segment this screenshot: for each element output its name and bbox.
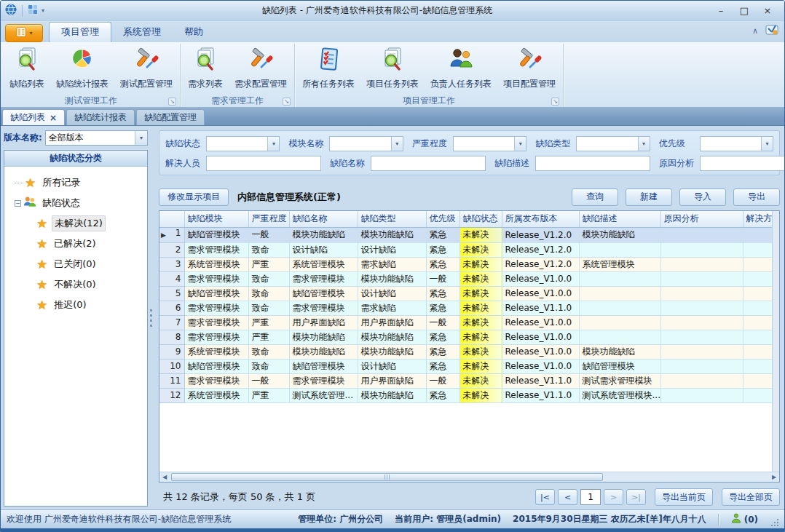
- table-row[interactable]: ▶4 需求管理模块 致命 需求管理模块 模块功能缺陷 一般 未解决 Releas…: [159, 271, 772, 286]
- cell-severity[interactable]: 严重: [248, 315, 289, 330]
- table-row[interactable]: ▶3 系统管理模块 严重 系统管理模块 需求缺陷 紧急 未解决 Release_…: [159, 257, 772, 271]
- cell-status[interactable]: 未解决: [459, 242, 502, 257]
- cell-description[interactable]: 模块功能缺陷: [579, 227, 660, 242]
- collapse-node-icon[interactable]: −: [15, 200, 21, 207]
- export-button[interactable]: 导出: [733, 188, 780, 206]
- cell-severity[interactable]: 致命: [248, 286, 289, 301]
- cell-name[interactable]: 用户界面缺陷: [289, 315, 358, 330]
- cell-name[interactable]: 需求管理模块: [289, 301, 358, 315]
- row-header-cell[interactable]: ▶9: [159, 344, 184, 359]
- cell-name[interactable]: 需求管理模块: [289, 271, 358, 286]
- cell-solution[interactable]: [743, 257, 772, 271]
- table-row[interactable]: ▶1 缺陷管理模块 一般 模块功能缺陷 模块功能缺陷 紧急 未解决 Releas…: [159, 227, 772, 242]
- row-header-cell[interactable]: ▶7: [159, 315, 184, 330]
- cell-solution[interactable]: [743, 373, 772, 388]
- version-select[interactable]: 全部版本 ▾: [45, 130, 148, 146]
- cell-release[interactable]: Release_V1.0.0: [502, 330, 579, 344]
- cell-name[interactable]: 缺陷管理模块: [289, 286, 358, 301]
- cell-type[interactable]: 模块功能缺陷: [358, 330, 426, 344]
- cell-module[interactable]: 系统管理模块: [184, 257, 248, 271]
- cell-cause[interactable]: [660, 271, 743, 286]
- cell-solution[interactable]: [743, 330, 772, 344]
- cell-cause[interactable]: [660, 286, 743, 301]
- resize-grip[interactable]: [771, 519, 778, 526]
- row-header-cell[interactable]: ▶1: [159, 227, 184, 242]
- dialog-launcher-icon[interactable]: ↘: [551, 98, 559, 106]
- cell-type[interactable]: 模块功能缺陷: [358, 227, 426, 242]
- cell-name[interactable]: 测试系统管理...: [289, 388, 358, 402]
- next-page-button[interactable]: >: [604, 489, 623, 505]
- column-header[interactable]: 缺陷名称: [289, 211, 358, 227]
- column-header[interactable]: 缺陷类型: [358, 211, 426, 227]
- cell-release[interactable]: Release_V1.1.0: [502, 388, 579, 402]
- cell-status[interactable]: 未解决: [459, 373, 502, 388]
- table-row[interactable]: ▶8 需求管理模块 严重 模块功能缺陷 模块功能缺陷 紧急 未解决 Releas…: [159, 330, 772, 344]
- maximize-button[interactable]: □: [733, 4, 755, 18]
- cell-solution[interactable]: [743, 344, 772, 359]
- modify-columns-button[interactable]: 修改显示项目: [159, 188, 229, 206]
- tree-item-postponed[interactable]: ★ 推迟(0): [15, 295, 144, 315]
- cell-module[interactable]: 系统管理模块: [184, 344, 248, 359]
- defect-report-button[interactable]: 缺陷统计报表: [50, 44, 114, 92]
- cell-name[interactable]: 缺陷管理模块: [289, 359, 358, 373]
- all-tasks-button[interactable]: 所有任务列表: [296, 44, 360, 92]
- prev-page-button[interactable]: <: [558, 489, 577, 505]
- cell-release[interactable]: Release_V1.0.0: [502, 359, 579, 373]
- dialog-launcher-icon[interactable]: ↘: [283, 98, 291, 106]
- cell-cause[interactable]: [660, 315, 743, 330]
- ribbon-tab-project[interactable]: 项目管理: [49, 22, 111, 42]
- table-row[interactable]: ▶10 缺陷管理模块 致命 缺陷管理模块 设计缺陷 紧急 未解决 Release…: [159, 359, 772, 373]
- cell-status[interactable]: 未解决: [459, 359, 502, 373]
- cell-release[interactable]: Release_V1.1.0: [502, 373, 579, 388]
- defect-status-filter[interactable]: ▾: [206, 136, 280, 151]
- cell-priority[interactable]: 紧急: [426, 257, 459, 271]
- row-header-cell[interactable]: ▶11: [159, 373, 184, 388]
- cell-type[interactable]: 模块功能缺陷: [358, 271, 426, 286]
- cell-priority[interactable]: 紧急: [426, 301, 459, 315]
- close-tab-icon[interactable]: ×: [50, 114, 57, 122]
- cell-status[interactable]: 未解决: [459, 301, 502, 315]
- cell-module[interactable]: 需求管理模块: [184, 301, 248, 315]
- cell-status[interactable]: 未解决: [459, 315, 502, 330]
- cell-solution[interactable]: [743, 227, 772, 242]
- import-button[interactable]: 导入: [679, 188, 726, 206]
- cell-cause[interactable]: [660, 301, 743, 315]
- cell-priority[interactable]: 紧急: [426, 242, 459, 257]
- cell-description[interactable]: [579, 286, 660, 301]
- cell-description[interactable]: 测试系统管理模块...: [579, 388, 660, 402]
- cell-name[interactable]: 需求管理模块: [289, 373, 358, 388]
- cell-module[interactable]: 系统管理模块: [184, 388, 248, 402]
- cell-severity[interactable]: 致命: [248, 242, 289, 257]
- cause-analysis-input[interactable]: [700, 156, 784, 171]
- cell-cause[interactable]: [660, 388, 743, 402]
- cell-type[interactable]: 设计缺陷: [358, 242, 426, 257]
- dialog-launcher-icon[interactable]: ↘: [168, 98, 176, 106]
- project-config-button[interactable]: 项目配置管理: [497, 44, 561, 92]
- cell-solution[interactable]: [743, 271, 772, 286]
- row-header-cell[interactable]: ▶12: [159, 388, 184, 402]
- doc-tab-defect-config[interactable]: 缺陷配置管理: [136, 109, 205, 125]
- cell-description[interactable]: 系统管理模块: [579, 257, 660, 271]
- cell-description[interactable]: 模块功能缺陷: [579, 344, 660, 359]
- severity-filter[interactable]: ▾: [453, 136, 526, 151]
- row-header-cell[interactable]: ▶8: [159, 330, 184, 344]
- cell-type[interactable]: 设计缺陷: [358, 286, 426, 301]
- cell-type[interactable]: 用户界面缺陷: [358, 373, 426, 388]
- cell-module[interactable]: 需求管理模块: [184, 242, 248, 257]
- last-page-button[interactable]: >|: [626, 489, 646, 505]
- collapse-ribbon-icon[interactable]: ∧: [752, 28, 758, 35]
- column-header[interactable]: 解决方法: [743, 211, 772, 227]
- cell-name[interactable]: 模块功能缺陷: [289, 330, 358, 344]
- ribbon-tab-help[interactable]: 帮助: [173, 23, 215, 42]
- cell-severity[interactable]: 严重: [248, 330, 289, 344]
- cell-severity[interactable]: 致命: [248, 301, 289, 315]
- new-button[interactable]: 新建: [626, 188, 672, 206]
- cell-release[interactable]: Release_V1.2.0: [502, 227, 579, 242]
- table-row[interactable]: ▶2 需求管理模块 致命 设计缺陷 设计缺陷 紧急 未解决 Release_V1…: [159, 242, 772, 257]
- row-header-cell[interactable]: ▶6: [159, 301, 184, 315]
- horizontal-scrollbar[interactable]: ◀ ▶: [159, 472, 779, 482]
- cell-type[interactable]: 需求缺陷: [358, 257, 426, 271]
- export-all-pages-button[interactable]: 导出全部页: [722, 488, 780, 506]
- cell-priority[interactable]: 紧急: [426, 227, 459, 242]
- owner-tasks-button[interactable]: 负责人任务列表: [425, 44, 497, 92]
